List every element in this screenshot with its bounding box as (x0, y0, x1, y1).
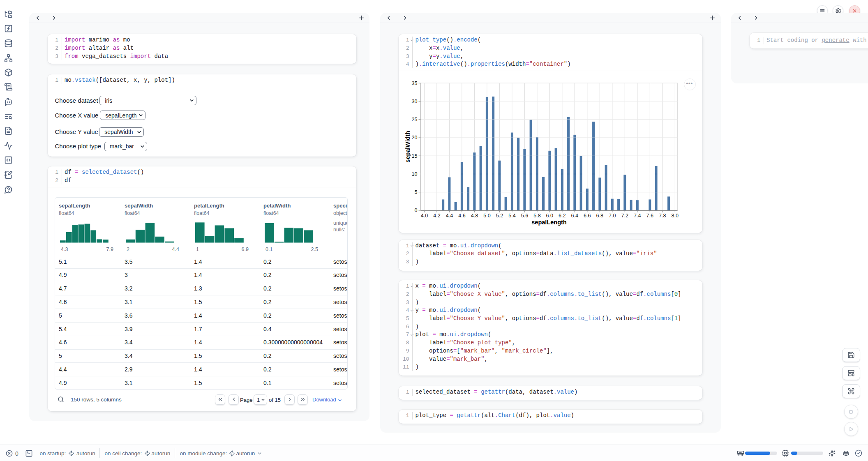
svg-text:35: 35 (411, 81, 417, 86)
svg-text:5.2: 5.2 (496, 213, 503, 219)
svg-text:5.6: 5.6 (521, 213, 528, 219)
svg-text:5.4: 5.4 (508, 213, 516, 219)
svg-text:4.4: 4.4 (446, 213, 453, 219)
svg-text:7.6: 7.6 (646, 213, 653, 219)
svg-text:8.0: 8.0 (671, 213, 679, 219)
svg-text:4.6: 4.6 (458, 213, 466, 219)
svg-text:25: 25 (411, 117, 417, 122)
svg-text:5: 5 (414, 189, 417, 195)
svg-text:sepalLength: sepalLength (531, 219, 566, 226)
svg-text:7.4: 7.4 (634, 213, 641, 219)
svg-text:6.8: 6.8 (596, 213, 603, 219)
svg-text:20: 20 (411, 135, 417, 141)
svg-text:10: 10 (411, 171, 417, 177)
svg-text:7.0: 7.0 (609, 213, 616, 219)
svg-text:7.8: 7.8 (659, 213, 666, 219)
svg-text:0: 0 (414, 207, 417, 213)
svg-text:4.0: 4.0 (420, 213, 428, 219)
svg-text:5.8: 5.8 (533, 213, 541, 219)
svg-text:4.2: 4.2 (433, 213, 441, 219)
svg-text:sepalWidth: sepalWidth (404, 131, 411, 162)
svg-text:6.0: 6.0 (546, 213, 553, 219)
svg-text:15: 15 (411, 153, 417, 159)
svg-text:6.2: 6.2 (559, 213, 566, 219)
svg-text:4.8: 4.8 (471, 213, 478, 219)
svg-text:6.4: 6.4 (571, 213, 578, 219)
svg-text:30: 30 (411, 99, 417, 104)
svg-text:6.6: 6.6 (584, 213, 591, 219)
svg-text:7.2: 7.2 (621, 213, 628, 219)
svg-text:5.0: 5.0 (483, 213, 491, 219)
